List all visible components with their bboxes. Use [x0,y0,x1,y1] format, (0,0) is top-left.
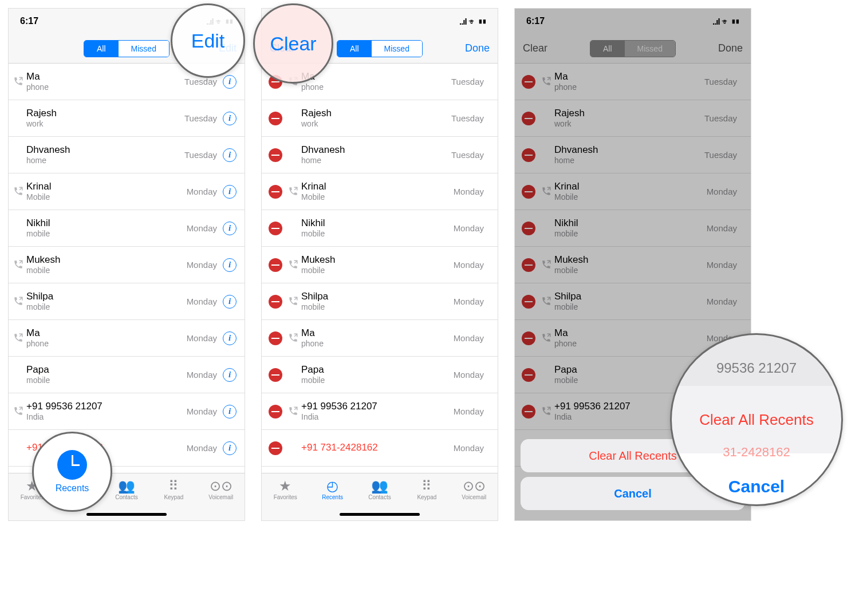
seg-all[interactable]: All [337,41,372,57]
caller-name: Shilpa [26,291,187,302]
call-row[interactable]: RajeshworkTuesdayi [9,100,245,137]
delete-row-button[interactable] [269,441,282,455]
info-button[interactable]: i [223,185,237,199]
seg-missed: Missed [625,41,675,57]
call-row[interactable]: +91 99536 21207IndiaMonday [262,393,498,430]
tab-keypad[interactable]: ⠿Keypad [407,478,447,500]
tab-contacts[interactable]: 👥Contacts [360,478,400,500]
call-day: Monday [454,370,484,380]
home-indicator[interactable] [86,513,167,516]
info-button[interactable]: i [223,441,237,455]
tab-voicemail[interactable]: ⊙⊙Voicemail [454,478,494,500]
row-main: Dhvaneshhome [554,144,704,165]
row-main: KrinalMobile [554,181,707,202]
caller-source: phone [26,82,184,92]
info-button[interactable]: i [223,295,237,309]
tab-contacts[interactable]: 👥Contacts [107,478,147,500]
call-row[interactable]: MukeshmobileMondayi [9,247,245,283]
tab-label: Contacts [115,494,137,500]
row-main: Papamobile [26,364,187,385]
call-row[interactable]: MaphoneMondayi [9,320,245,357]
call-row[interactable]: PapamobileMonday [262,357,498,393]
delete-row-button[interactable] [269,295,282,309]
tab-label: Contacts [368,494,391,500]
info-button[interactable]: i [223,405,237,418]
info-button[interactable]: i [223,331,237,345]
status-icons: ..ıl ᯤ ▮▮ [712,17,739,26]
delete-row-button[interactable] [269,258,282,272]
call-day: Monday [454,443,484,453]
delete-row-button[interactable] [269,331,282,345]
caller-source: mobile [301,376,454,385]
outgoing-call-icon [13,223,25,234]
tab-voicemail[interactable]: ⊙⊙Voicemail [201,478,241,500]
seg-missed[interactable]: Missed [372,41,422,57]
caller-source: mobile [554,229,707,239]
call-row[interactable]: DhvaneshhomeTuesdayi [9,137,245,173]
tab-label: Keypad [417,494,436,500]
call-row[interactable]: MaphoneMonday [262,320,498,357]
delete-row-button[interactable] [269,112,282,125]
recents-list[interactable]: MaphoneTuesdayiRajeshworkTuesdayiDhvanes… [9,64,245,473]
caller-name: Dhvanesh [301,144,451,156]
delete-row-button[interactable] [269,405,282,418]
row-main: Mukeshmobile [301,254,454,275]
call-row[interactable]: KrinalMobileMondayi [9,173,245,210]
call-day: Monday [454,260,484,270]
outgoing-call-icon [13,333,25,344]
recents-list-edit[interactable]: MaphoneTuesdayRajeshworkTuesdayDhvaneshh… [262,64,498,473]
outgoing-call-icon [288,333,300,344]
call-row[interactable]: ShilpamobileMonday [262,283,498,320]
delete-row-button [522,331,535,345]
info-button[interactable]: i [223,148,237,162]
info-button[interactable]: i [223,222,237,235]
outgoing-call-icon [13,149,25,161]
info-button[interactable]: i [223,75,237,89]
call-row[interactable]: NikhilmobileMonday [262,210,498,247]
delete-row-button[interactable] [269,222,282,235]
info-button[interactable]: i [223,112,237,125]
delete-row-button[interactable] [269,185,282,199]
segmented-control[interactable]: All Missed [337,40,423,57]
row-main: Dhvaneshhome [301,144,451,165]
tab-recents[interactable]: ◴Recents [313,478,353,500]
delete-row-button [522,368,535,382]
tab-keypad[interactable]: ⠿Keypad [153,478,194,500]
outgoing-call-icon [13,296,25,307]
delete-row-button[interactable] [269,368,282,382]
call-row[interactable]: KrinalMobileMonday [262,173,498,210]
nav-bar: Clear All Missed Done [515,34,751,64]
call-row[interactable]: DhvaneshhomeTuesday [262,137,498,173]
info-button[interactable]: i [223,368,237,382]
done-button[interactable]: Done [457,34,498,63]
call-row[interactable]: PapamobileMondayi [9,357,245,393]
call-row[interactable]: +91 731-2428162Monday [262,430,498,467]
row-main: Mukeshmobile [26,254,187,275]
home-indicator[interactable] [340,513,420,516]
call-row: MaphoneTuesday [515,64,751,100]
call-row[interactable]: ShilpamobileMondayi [9,283,245,320]
info-button[interactable]: i [223,258,237,272]
call-row[interactable]: +91 99536 21207IndiaMondayi [9,393,245,430]
caller-source: mobile [26,229,187,239]
seg-missed[interactable]: Missed [119,41,169,57]
delete-row-button [522,112,535,125]
row-main: Maphone [554,327,707,349]
call-row[interactable]: NikhilmobileMondayi [9,210,245,247]
outgoing-call-icon [288,149,300,161]
call-row[interactable]: MukeshmobileMonday [262,247,498,283]
segmented-control: All Missed [590,40,676,57]
row-main: KrinalMobile [301,181,454,202]
callout-clear-label: Clear [270,33,316,55]
call-day: Monday [454,406,484,416]
tab-label: Keypad [164,494,183,500]
delete-row-button[interactable] [269,148,282,162]
call-row: DhvaneshhomeTuesday [515,137,751,173]
seg-all[interactable]: All [84,41,119,57]
call-row[interactable]: RajeshworkTuesday [262,100,498,137]
caller-source: work [26,119,184,129]
call-day: Monday [454,187,484,196]
tab-favorites[interactable]: ★Favorites [265,478,305,500]
outgoing-call-icon [541,369,553,381]
segmented-control[interactable]: All Missed [84,40,170,57]
